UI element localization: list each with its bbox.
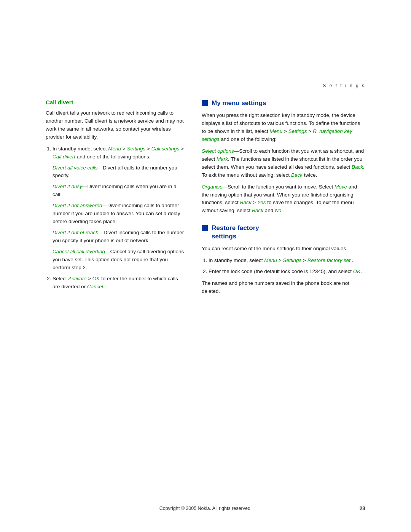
my-menu-mid1: >: [282, 128, 288, 134]
restore-intro: You can reset some of the menu settings …: [202, 245, 365, 253]
organise-text1: —Scroll to the function you want to move…: [223, 184, 335, 190]
organise-end: .: [281, 208, 283, 213]
step2-end: .: [103, 284, 105, 289]
restore-step2-text: Enter the lock code (the default lock co…: [209, 268, 353, 274]
cancel-divert-item: Cancel all call diverting—Cancel any cal…: [53, 248, 186, 272]
page: S e t t i n g s Call divert Call divert …: [0, 0, 411, 532]
restore-step1-restore: Restore factory set.: [307, 257, 352, 263]
my-menu-heading: My menu settings: [212, 99, 266, 107]
step1-menu: Menu: [108, 146, 121, 152]
divert-out-item: Divert if out of reach—Divert incoming c…: [53, 229, 186, 245]
step2-ok: OK: [92, 276, 100, 281]
call-divert-intro: Call divert tells your network to redire…: [46, 109, 186, 141]
restore-blue-square: [202, 225, 208, 231]
step1-call-divert: Call divert: [53, 154, 75, 160]
divert-busy-label: Divert if busy: [53, 184, 82, 189]
restore-step1-mid: >: [277, 257, 283, 263]
footer: Copyright © 2005 Nokia. All rights reser…: [0, 506, 411, 511]
left-column: Call divert Call divert tells your netwo…: [46, 99, 186, 494]
footer-page-number: 23: [359, 505, 365, 511]
call-divert-step1: In standby mode, select Menu > Settings …: [53, 145, 186, 272]
step1-settings: Settings: [127, 146, 146, 152]
restore-step1-mid2: >: [301, 257, 307, 263]
back-link1: Back: [352, 164, 363, 170]
call-divert-steps: In standby mode, select Menu > Settings …: [53, 145, 186, 291]
mid-yes: >: [252, 200, 257, 205]
my-menu-settings-link: Settings: [288, 128, 307, 134]
settings-label: S e t t i n g s: [323, 83, 365, 88]
my-menu-heading-block: My menu settings: [202, 99, 365, 107]
my-menu-suffix: and one of the following:: [220, 136, 277, 142]
divert-not-answered-item: Divert if not answered—Divert incoming c…: [53, 202, 186, 226]
restore-outro: The names and phone numbers saved in the…: [202, 280, 365, 296]
select-options-text4: twice.: [303, 172, 317, 178]
restore-heading-line2: settings: [212, 233, 236, 240]
step1-suffix: and one of the following options:: [75, 154, 150, 160]
mark-link: Mark: [217, 156, 228, 162]
step1-mid2: >: [145, 146, 151, 152]
organise-and: and: [263, 208, 275, 213]
divert-busy-item: Divert if busy—Divert incoming calls whe…: [53, 183, 186, 199]
restore-heading-line1: Restore factory: [212, 224, 259, 232]
restore-step1-menu: Menu: [264, 257, 277, 263]
restore-steps: In standby mode, select Menu > Settings …: [209, 257, 365, 276]
organise-para: Organise—Scroll to the function you want…: [202, 183, 365, 215]
footer-copyright: Copyright © 2005 Nokia. All rights reser…: [0, 506, 411, 511]
divert-out-label: Divert if out of reach: [53, 230, 99, 235]
call-divert-heading: Call divert: [46, 99, 186, 105]
restore-step1-settings: Settings: [283, 257, 302, 263]
back-link4: Back: [252, 208, 263, 213]
back-link2: Back: [291, 172, 303, 178]
yes-link: Yes: [257, 200, 266, 205]
my-menu-menu-link: Menu: [270, 128, 283, 134]
restore-factory-heading: Restore factory settings: [212, 224, 259, 240]
no-link: No: [275, 208, 281, 213]
restore-step2-end: .: [360, 268, 362, 274]
restore-step1-end: .: [352, 257, 354, 263]
back-link3: Back: [240, 200, 252, 205]
move-link: Move: [335, 184, 347, 190]
call-divert-step2: Select Activate > OK to enter the number…: [53, 275, 186, 291]
step2-cancel: Cancel: [87, 284, 103, 289]
step2-activate: Activate: [68, 276, 86, 281]
my-menu-mid2: >: [307, 128, 313, 134]
divert-all-item: Divert all voice calls—Divert all calls …: [53, 164, 186, 180]
restore-factory-heading-block: Restore factory settings: [202, 224, 365, 240]
restore-step2-ok: OK: [353, 268, 361, 274]
cancel-label: Cancel all call diverting: [53, 249, 105, 254]
divert-all-label: Divert all voice calls: [53, 165, 98, 171]
step1-mid3: >: [179, 146, 184, 152]
step1-call: Call settings: [151, 146, 180, 152]
content-area: Call divert Call divert tells your netwo…: [46, 99, 365, 494]
organise-label: Organise: [202, 184, 223, 190]
restore-step1: In standby mode, select Menu > Settings …: [209, 257, 365, 265]
step1-mid1: >: [121, 146, 127, 152]
divert-not-answered-label: Divert if not answered: [53, 203, 102, 208]
step2-mid: >: [86, 276, 92, 281]
select-options-para: Select options—Scroll to each function t…: [202, 147, 365, 179]
my-menu-blue-square: [202, 100, 208, 106]
restore-step1-prefix: In standby mode, select: [209, 257, 264, 263]
my-menu-intro: When you press the right selection key i…: [202, 112, 365, 144]
step1-prefix: In standby mode, select: [53, 146, 108, 152]
step2-prefix: Select: [53, 276, 68, 281]
restore-step2: Enter the lock code (the default lock co…: [209, 268, 365, 276]
select-options-label: Select options: [202, 148, 234, 154]
right-column: My menu settings When you press the righ…: [202, 99, 365, 494]
